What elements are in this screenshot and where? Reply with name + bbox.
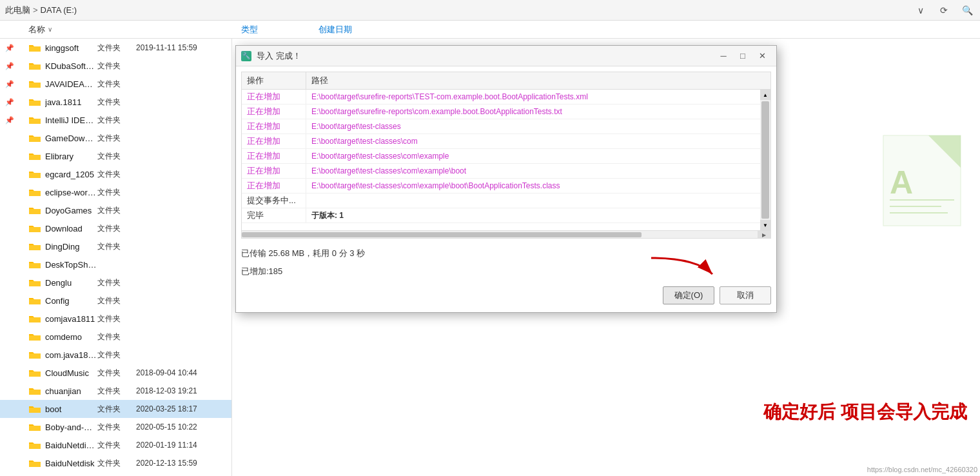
list-item[interactable]: 📌java.1811文件夹: [0, 93, 231, 111]
file-name-label: JAVAIDEAwrodspace: [45, 79, 97, 89]
list-item[interactable]: BaiduNetdiskDownload文件夹2020-01-19 11:14: [0, 436, 231, 454]
file-type-label: 文件夹: [97, 422, 136, 433]
file-name-label: Boby-and-Boby: [45, 422, 97, 432]
breadcrumb-drive[interactable]: DATA (E:): [41, 5, 77, 15]
explorer-window: 此电脑 > DATA (E:) ∨ ⟳ 🔍 名称 ∨ 类型 创建日期 📌king…: [0, 0, 980, 476]
list-item[interactable]: boot文件夹2020-03-25 18:17: [0, 400, 231, 418]
list-item[interactable]: CloudMusic文件夹2018-09-04 10:44: [0, 364, 231, 382]
dialog-overlay: 🔧 导入 完成！ ─ □ ✕ 操作 路径: [232, 39, 980, 476]
ok-button[interactable]: 确定(O): [663, 286, 714, 304]
list-item[interactable]: chuanjian文件夹2018-12-03 19:21: [0, 382, 231, 400]
file-type-label: 文件夹: [97, 79, 136, 90]
list-item[interactable]: Config文件夹: [0, 292, 231, 310]
dialog-minimize-btn[interactable]: ─: [714, 49, 732, 63]
file-type-label: 文件夹: [97, 404, 136, 415]
folder-icon: [28, 277, 41, 288]
list-item[interactable]: 📌kinggsoft文件夹2019-11-11 15:59: [0, 39, 231, 57]
file-name-label: BaiduNetdisk: [45, 459, 97, 468]
file-type-label: 文件夹: [97, 115, 136, 126]
file-name-label: CloudMusic: [45, 368, 97, 378]
list-item[interactable]: Denglu文件夹: [0, 273, 231, 292]
folder-icon: [28, 295, 41, 306]
title-bar-controls: ∨ ⟳ 🔍: [913, 3, 975, 18]
log-hscroll-right[interactable]: ▶: [758, 231, 770, 239]
file-type-label: 文件夹: [97, 440, 136, 451]
log-vscroll[interactable]: ▲ ▼: [760, 90, 770, 230]
col-header-date[interactable]: 创建日期: [318, 24, 447, 35]
list-item[interactable]: Boby-and-Boby文件夹2020-05-15 10:22: [0, 418, 231, 436]
list-item[interactable]: Elibrary文件夹: [0, 147, 231, 165]
dialog-restore-btn[interactable]: □: [734, 49, 752, 63]
file-type-label: 文件夹: [97, 386, 136, 397]
file-name-label: Denglu: [45, 278, 97, 288]
file-name-label: GameDownload: [45, 134, 97, 143]
list-item[interactable]: comjava1811文件夹: [0, 310, 231, 328]
list-item[interactable]: 📌JAVAIDEAwrodspace文件夹: [0, 75, 231, 93]
list-item[interactable]: egcard_1205文件夹: [0, 165, 231, 183]
folder-icon: [28, 133, 41, 143]
list-item[interactable]: Download文件夹: [0, 219, 231, 237]
log-cell-path: E:\boot\target\test-classes\com\example\…: [306, 180, 770, 192]
file-type-label: 文件夹: [97, 277, 136, 288]
log-cell-op: 正在增加: [242, 90, 306, 104]
file-name-label: DoyoGames: [45, 206, 97, 215]
file-list: 📌kinggsoft文件夹2019-11-11 15:59📌KDubaSoftD…: [0, 39, 232, 476]
col-header-type[interactable]: 类型: [241, 24, 318, 35]
dialog-footer: 确定(O) 取消: [241, 283, 771, 307]
pin-icon: 📌: [5, 62, 18, 70]
log-cell-op: 正在增加: [242, 104, 306, 119]
dropdown-btn[interactable]: ∨: [913, 3, 928, 18]
log-hscroll[interactable]: ▶: [241, 231, 771, 239]
file-date-label: 2018-12-03 19:21: [136, 386, 226, 395]
log-col-op-header: 操作: [242, 72, 306, 89]
log-cell-path: [306, 199, 770, 202]
file-name-label: kinggsoft: [45, 43, 97, 53]
log-hscroll-thumb[interactable]: [242, 232, 642, 237]
log-body[interactable]: 正在增加E:\boot\target\surefire-reports\TEST…: [241, 89, 771, 231]
cancel-button[interactable]: 取消: [720, 286, 771, 304]
breadcrumb-pc[interactable]: 此电脑: [5, 5, 30, 16]
list-item[interactable]: comdemo文件夹: [0, 328, 231, 346]
log-cell-path: E:\boot\target\test-classes\com\example\…: [306, 165, 770, 177]
folder-icon: [28, 187, 41, 197]
list-item[interactable]: DoyoGames文件夹: [0, 201, 231, 219]
log-scroll-down[interactable]: ▼: [760, 220, 770, 230]
list-item[interactable]: DingDing文件夹: [0, 237, 231, 255]
file-date-label: 2020-01-19 11:14: [136, 441, 226, 450]
file-type-label: 文件夹: [97, 458, 136, 469]
list-item[interactable]: DeskTopShare.exe: [0, 255, 231, 273]
refresh-btn[interactable]: ⟳: [936, 3, 952, 18]
dialog-close-btn[interactable]: ✕: [753, 49, 771, 63]
log-scroll-thumb[interactable]: [761, 101, 769, 219]
file-type-label: 文件夹: [97, 187, 136, 198]
folder-icon: [28, 223, 41, 233]
folder-icon: [28, 404, 41, 414]
folder-icon: [28, 368, 41, 378]
log-scroll-up[interactable]: ▲: [760, 90, 770, 100]
list-item[interactable]: 📌IntelliJ IDEA 2019.2.4文件夹: [0, 111, 231, 129]
file-type-label: 文件夹: [97, 169, 136, 180]
file-type-label: 文件夹: [97, 205, 136, 216]
folder-icon: [28, 313, 41, 324]
breadcrumb-sep: >: [33, 5, 38, 15]
file-name-label: KDubaSoftDownloads: [45, 61, 97, 71]
file-name-label: Elibrary: [45, 152, 97, 161]
log-cell-op: 正在增加: [242, 179, 306, 193]
file-name-label: java.1811: [45, 97, 97, 107]
log-cell-op: 提交事务中...: [242, 193, 306, 208]
list-item[interactable]: 📌KDubaSoftDownloads文件夹: [0, 57, 231, 75]
search-btn[interactable]: 🔍: [959, 3, 975, 18]
folder-icon: [28, 97, 41, 107]
log-rows: 正在增加E:\boot\target\surefire-reports\TEST…: [242, 90, 770, 223]
folder-icon: [28, 422, 41, 432]
list-item[interactable]: eclipse-workspace文件夹: [0, 183, 231, 201]
list-item[interactable]: GameDownload文件夹: [0, 129, 231, 147]
log-cell-op: 正在增加: [242, 149, 306, 163]
file-name-label: DingDing: [45, 242, 97, 252]
col-header-name[interactable]: 名称 ∨: [28, 24, 241, 35]
list-item[interactable]: com.java1811.springboot文件夹: [0, 346, 231, 364]
list-item[interactable]: BaiduNetdisk文件夹2020-12-13 15:59: [0, 454, 231, 472]
folder-icon: [28, 259, 41, 270]
file-type-label: 文件夹: [97, 223, 136, 234]
log-row: 正在增加E:\boot\target\surefire-reports\com.…: [242, 104, 770, 119]
